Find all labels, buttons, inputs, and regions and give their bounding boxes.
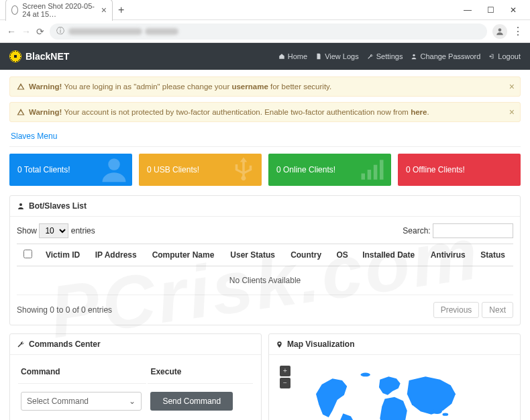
- site-info-icon[interactable]: ⓘ: [56, 25, 64, 37]
- user-icon: [411, 53, 417, 60]
- browser-toolbar: ← → ⟳ ⓘ ⋮: [0, 20, 530, 43]
- map-zoom-out-button[interactable]: −: [280, 378, 290, 388]
- pagination: Previous Next: [433, 302, 513, 318]
- warning-icon: [17, 108, 25, 116]
- back-button[interactable]: ←: [7, 26, 16, 37]
- command-select[interactable]: Select Command ⌄: [21, 392, 142, 411]
- svg-rect-3: [362, 174, 366, 180]
- browser-menu-button[interactable]: ⋮: [513, 25, 523, 38]
- stat-total-clients[interactable]: 0 Total Clients!: [9, 154, 132, 186]
- wrench-icon: [367, 53, 374, 60]
- empty-message: No Clients Available: [17, 266, 513, 295]
- bot-list-panel: Bot/Slaves List Show 10 entries Search:: [9, 195, 521, 325]
- nav-settings[interactable]: Settings: [367, 52, 403, 60]
- map-zoom-in-button[interactable]: +: [280, 366, 290, 376]
- window-maximize-button[interactable]: ☐: [479, 5, 502, 15]
- browser-tab[interactable]: Screen Shot 2020-05-24 at 15… ×: [5, 0, 113, 21]
- entries-label: entries: [71, 226, 95, 235]
- commands-center-panel: Commands Center Command Execute Select C…: [9, 333, 262, 420]
- stat-online-clients[interactable]: 0 Online Clients!: [268, 154, 391, 186]
- chevron-down-icon: ⌄: [129, 397, 136, 406]
- profile-button[interactable]: [492, 24, 507, 39]
- window-titlebar: Screen Shot 2020-05-24 at 15… × + — ☐ ✕: [0, 0, 530, 20]
- divider: [9, 146, 521, 147]
- col-os[interactable]: OS: [329, 244, 356, 266]
- col-ip-address[interactable]: IP Address: [89, 244, 146, 266]
- stat-cards: 0 Total Clients! 0 USB Clients! 0 Online…: [9, 154, 521, 186]
- alert-close-button[interactable]: ×: [509, 107, 515, 117]
- window-close-button[interactable]: ✕: [502, 5, 525, 15]
- send-command-button[interactable]: Send Command: [150, 392, 233, 411]
- svg-point-10: [360, 373, 370, 377]
- brand[interactable]: BlackNET: [9, 50, 69, 62]
- close-tab-icon[interactable]: ×: [101, 5, 107, 15]
- panel-header: Bot/Slaves List: [10, 196, 520, 217]
- home-icon: [278, 53, 285, 60]
- clients-table: Victim ID IP Address Computer Name User …: [17, 244, 513, 295]
- usb-icon: [229, 155, 258, 183]
- table-info: Showing 0 to 0 of 0 entries: [17, 305, 112, 315]
- window-minimize-button[interactable]: —: [456, 5, 479, 15]
- new-tab-button[interactable]: +: [118, 4, 124, 16]
- address-bar[interactable]: ⓘ: [50, 23, 487, 40]
- signal-icon: [358, 155, 387, 185]
- stat-usb-clients[interactable]: 0 USB Clients!: [139, 154, 262, 186]
- radiation-icon: [9, 50, 21, 62]
- world-map-graphic: [294, 365, 495, 420]
- svg-point-0: [498, 28, 502, 32]
- url-path: [145, 28, 178, 35]
- world-map[interactable]: + −: [276, 362, 513, 420]
- svg-point-2: [108, 158, 120, 170]
- wrench-icon: [17, 340, 25, 348]
- col-country[interactable]: Country: [284, 244, 329, 266]
- slaves-menu-link[interactable]: Slaves Menu: [9, 127, 521, 146]
- previous-button[interactable]: Previous: [433, 302, 480, 318]
- svg-rect-5: [374, 165, 378, 180]
- col-victim-id[interactable]: Victim ID: [39, 244, 89, 266]
- col-execute: Execute: [148, 363, 253, 384]
- nav-logout[interactable]: Logout: [488, 52, 521, 60]
- select-all-checkbox[interactable]: [23, 250, 32, 258]
- svg-point-9: [443, 413, 449, 416]
- nav-change-password[interactable]: Change Password: [411, 52, 480, 60]
- panel-title: Map Visualization: [287, 339, 354, 349]
- panel-title: Commands Center: [29, 339, 101, 349]
- col-user-status[interactable]: User Status: [223, 244, 284, 266]
- alert-username-warning: Warning! You are loging in as "admin" pl…: [9, 76, 521, 97]
- col-computer-name[interactable]: Computer Name: [146, 244, 224, 266]
- alert-close-button[interactable]: ×: [509, 81, 515, 92]
- search-label: Search:: [403, 226, 430, 235]
- col-antivirus[interactable]: Antivirus: [424, 244, 474, 266]
- brand-name: BlackNET: [25, 51, 69, 62]
- globe-icon: [11, 5, 18, 15]
- nav-links: Home View Logs Settings Change Password …: [278, 52, 521, 60]
- stat-offline-clients[interactable]: 0 Offline Clients!: [398, 154, 521, 186]
- tab-title: Screen Shot 2020-05-24 at 15…: [22, 2, 96, 18]
- pin-icon: [276, 341, 283, 348]
- user-icon: [100, 155, 128, 183]
- svg-rect-4: [368, 170, 372, 180]
- warning-icon: [17, 83, 25, 91]
- reload-button[interactable]: ⟳: [36, 26, 44, 37]
- user-icon: [495, 27, 505, 36]
- map-visualization-panel: Map Visualization + −: [268, 333, 521, 420]
- col-command: Command: [18, 363, 146, 384]
- entries-length-select[interactable]: 10: [39, 223, 68, 238]
- forward-button[interactable]: →: [21, 26, 31, 37]
- next-button[interactable]: Next: [482, 302, 513, 318]
- svg-point-8: [432, 409, 441, 414]
- col-status[interactable]: Status: [474, 244, 513, 266]
- nav-view-logs[interactable]: View Logs: [315, 52, 359, 60]
- svg-point-7: [19, 203, 22, 206]
- svg-rect-6: [380, 160, 384, 179]
- svg-point-1: [413, 54, 415, 56]
- alert-2fa-warning: Warning! Your account is not protected b…: [9, 102, 521, 122]
- nav-home[interactable]: Home: [278, 52, 307, 60]
- file-icon: [315, 53, 322, 60]
- search-input[interactable]: [433, 223, 513, 238]
- datatable-controls: Show 10 entries Search:: [17, 223, 513, 238]
- col-installed-date[interactable]: Installed Date: [356, 244, 424, 266]
- url-host: [68, 28, 142, 35]
- user-icon: [17, 202, 25, 210]
- app-navbar: BlackNET Home View Logs Settings Change …: [0, 43, 530, 70]
